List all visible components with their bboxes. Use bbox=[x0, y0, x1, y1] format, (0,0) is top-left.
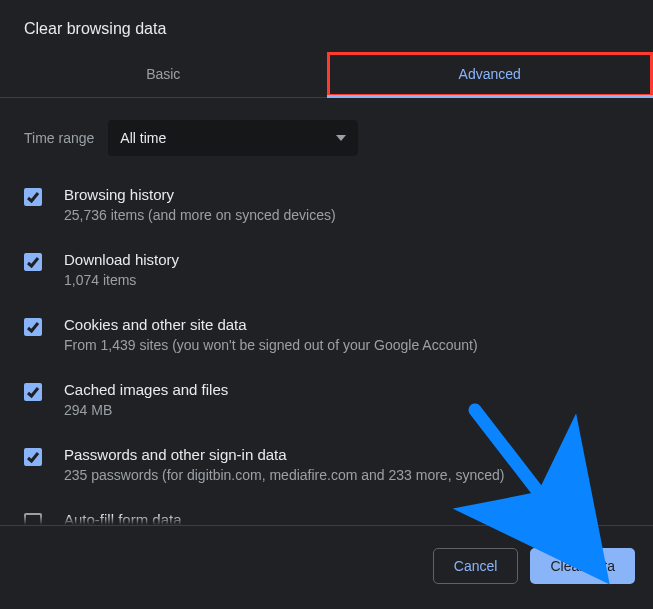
time-range-row: Time range All time bbox=[0, 98, 653, 174]
item-sub: 25,736 items (and more on synced devices… bbox=[64, 207, 336, 223]
time-range-value: All time bbox=[120, 130, 166, 146]
cancel-button[interactable]: Cancel bbox=[433, 548, 519, 584]
list-item: Browsing history 25,736 items (and more … bbox=[24, 174, 629, 239]
checkbox-cache[interactable] bbox=[24, 383, 42, 401]
list-item: Cookies and other site data From 1,439 s… bbox=[24, 304, 629, 369]
checkbox-browsing-history[interactable] bbox=[24, 188, 42, 206]
list-item: Cached images and files 294 MB bbox=[24, 369, 629, 434]
item-sub: From 1,439 sites (you won't be signed ou… bbox=[64, 337, 478, 353]
clear-data-button[interactable]: Clear data bbox=[530, 548, 635, 584]
checkbox-cookies[interactable] bbox=[24, 318, 42, 336]
dialog-title: Clear browsing data bbox=[0, 0, 653, 52]
item-sub: 1,074 items bbox=[64, 272, 179, 288]
item-sub: 294 MB bbox=[64, 402, 228, 418]
data-type-list: Browsing history 25,736 items (and more … bbox=[0, 174, 653, 547]
item-title: Cookies and other site data bbox=[64, 316, 478, 333]
list-item: Passwords and other sign-in data 235 pas… bbox=[24, 434, 629, 499]
checkbox-download-history[interactable] bbox=[24, 253, 42, 271]
tab-advanced[interactable]: Advanced bbox=[327, 52, 654, 97]
list-item: Download history 1,074 items bbox=[24, 239, 629, 304]
tabs: Basic Advanced bbox=[0, 52, 653, 98]
dialog-footer: Cancel Clear data bbox=[0, 525, 653, 605]
checkbox-passwords[interactable] bbox=[24, 448, 42, 466]
item-sub: 235 passwords (for digitbin.com, mediafi… bbox=[64, 467, 504, 483]
item-title: Passwords and other sign-in data bbox=[64, 446, 504, 463]
time-range-label: Time range bbox=[24, 130, 94, 146]
item-title: Download history bbox=[64, 251, 179, 268]
chevron-down-icon bbox=[336, 135, 346, 141]
time-range-select[interactable]: All time bbox=[108, 120, 358, 156]
item-title: Cached images and files bbox=[64, 381, 228, 398]
item-title: Browsing history bbox=[64, 186, 336, 203]
tab-basic[interactable]: Basic bbox=[0, 52, 327, 97]
